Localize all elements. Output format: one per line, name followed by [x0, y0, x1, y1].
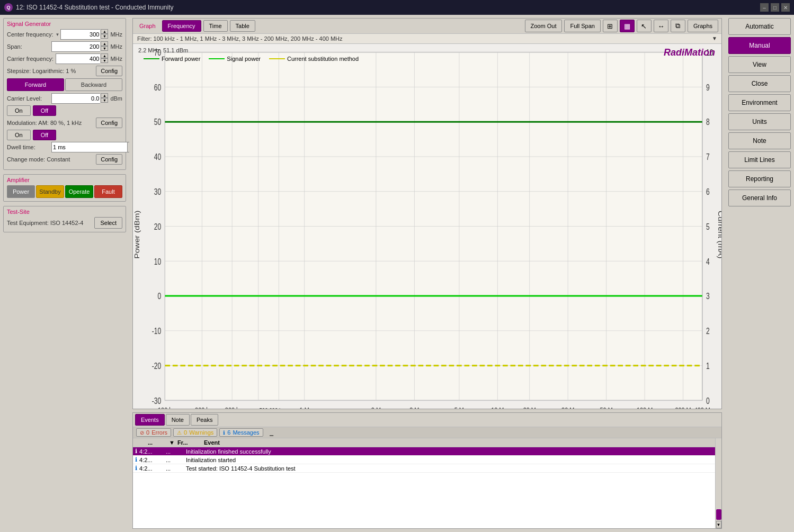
note-button[interactable]: Note [728, 132, 791, 149]
svg-text:300 k: 300 k [225, 407, 239, 409]
operate-button[interactable]: Operate [65, 185, 93, 198]
event-row-0[interactable]: ℹ 4:2... ... Initialization finished suc… [133, 447, 715, 456]
svg-text:10 M: 10 M [491, 407, 504, 409]
event-info-icon-0: ℹ [135, 448, 137, 455]
svg-text:10: 10 [154, 257, 162, 266]
carrier-freq-input[interactable] [56, 53, 100, 64]
center-freq-dropdown-icon[interactable]: ▼ [55, 32, 59, 37]
test-site-title: Test-Site [7, 209, 122, 215]
error-filter[interactable]: ⊘ 0 Errors [136, 428, 171, 437]
dwell-label: Dwell time: [7, 144, 49, 150]
full-span-button[interactable]: Full Span [564, 20, 600, 32]
svg-text:9: 9 [706, 83, 710, 92]
carrier-on-button[interactable]: On [7, 105, 31, 116]
amplifier-title: Amplifier [7, 177, 122, 183]
units-button[interactable]: Units [728, 113, 791, 130]
fault-button[interactable]: Fault [94, 185, 122, 198]
tab-events[interactable]: Events [135, 414, 165, 426]
filter-extra-icon[interactable]: ⎯ [270, 429, 273, 436]
test-equipment-label: Test Equipment: ISO 14452-4 [7, 220, 92, 226]
copy-icon[interactable]: ⧉ [671, 20, 685, 32]
legend-substitution: Current substitution method [269, 56, 359, 62]
maximize-button[interactable]: □ [771, 3, 779, 12]
svg-text:-20: -20 [152, 361, 162, 371]
manual-button[interactable]: Manual [728, 37, 791, 54]
forward-button[interactable]: Forward [7, 78, 64, 91]
center-freq-input[interactable] [60, 29, 100, 40]
info-filter[interactable]: ℹ 6 Messages [219, 428, 263, 437]
test-site-section: Test-Site Test Equipment: ISO 14452-4 Se… [3, 206, 126, 232]
svg-text:3 M: 3 M [409, 407, 419, 409]
modulation-config-button[interactable]: Config [96, 118, 122, 128]
carrier-level-up[interactable]: ▲ [101, 93, 108, 98]
col-from: Fr... [175, 439, 202, 446]
legend-signal-power-label: Signal power [227, 56, 261, 62]
event-row-1[interactable]: ℹ 4:2... ... Initialization started [133, 456, 715, 464]
carrier-level-dn[interactable]: ▼ [101, 98, 108, 103]
span-dn[interactable]: ▼ [101, 46, 108, 51]
general-info-button[interactable]: General Info [728, 190, 791, 206]
power-button[interactable]: Power [7, 185, 35, 198]
svg-text:0: 0 [706, 396, 710, 405]
grid-active-icon[interactable]: ▦ [620, 20, 635, 32]
svg-text:20: 20 [154, 222, 162, 231]
reporting-button[interactable]: Reporting [728, 170, 791, 187]
col-sort[interactable]: ▼ [167, 439, 175, 446]
tab-time[interactable]: Time [203, 20, 228, 32]
carrier-freq-up[interactable]: ▲ [101, 53, 108, 58]
right-panel: Automatic Manual View Close Environment … [725, 15, 794, 532]
stepsize-config-button[interactable]: Config [96, 66, 122, 76]
select-button[interactable]: Select [94, 217, 122, 229]
scrollbar-thumb[interactable] [716, 509, 721, 520]
events-panel: Events Note Peaks ⊘ 0 Errors ⚠ 0 Warning… [132, 412, 722, 529]
modulation-off-button[interactable]: Off [33, 130, 56, 140]
pan-icon[interactable]: ↔ [654, 20, 668, 32]
svg-text:400 M: 400 M [694, 407, 710, 409]
close-button[interactable]: ✕ [781, 3, 790, 12]
center-freq-dn[interactable]: ▼ [101, 34, 108, 39]
left-panel: Signal Generator Center frequency: ▼ ▲ ▼… [0, 15, 129, 532]
info-label: Messages [233, 429, 259, 436]
environment-button[interactable]: Environment [728, 94, 791, 111]
svg-text:4: 4 [706, 257, 710, 266]
standby-button[interactable]: Standby [36, 185, 64, 198]
change-config-button[interactable]: Config [96, 154, 122, 165]
carrier-level-input[interactable] [51, 93, 100, 104]
backward-button[interactable]: Backward [65, 78, 122, 91]
filter-bar: Filter: 100 kHz - 1 MHz, 1 MHz - 3 MHz, … [133, 34, 721, 44]
zoom-out-button[interactable]: Zoom Out [525, 20, 563, 32]
events-scrollbar[interactable]: ▼ [715, 438, 721, 528]
tab-table[interactable]: Table [230, 20, 255, 32]
view-button[interactable]: View [728, 56, 791, 73]
span-input[interactable] [51, 41, 100, 52]
tab-note[interactable]: Note [166, 414, 190, 426]
modulation-on-button[interactable]: On [7, 130, 31, 140]
carrier-off-button[interactable]: Off [33, 105, 56, 116]
span-up[interactable]: ▲ [101, 41, 108, 46]
automatic-button[interactable]: Automatic [728, 18, 791, 35]
tab-frequency[interactable]: Frequency [162, 20, 201, 32]
svg-text:30 M: 30 M [561, 407, 574, 409]
close-right-button[interactable]: Close [728, 75, 791, 92]
events-tabs: Events Note Peaks [133, 413, 721, 427]
dwell-input[interactable] [52, 144, 127, 150]
tab-peaks[interactable]: Peaks [191, 414, 219, 426]
signal-generator-section: Signal Generator Center frequency: ▼ ▲ ▼… [3, 18, 126, 170]
event-msg-0: Initialization finished successfully [186, 448, 713, 455]
graphs-button[interactable]: Graphs [688, 20, 718, 32]
cursor-icon[interactable]: ↖ [637, 20, 652, 32]
svg-text:5: 5 [706, 222, 710, 231]
event-row-2[interactable]: ℹ 4:2... ... Test started: ISO 11452-4 S… [133, 464, 715, 473]
grid-icon[interactable]: ⊞ [603, 20, 618, 32]
svg-text:6: 6 [706, 187, 710, 196]
event-time-2: 4:2... [139, 465, 166, 472]
center-freq-up[interactable]: ▲ [101, 29, 108, 34]
warning-label: Warnings [189, 429, 213, 436]
minimize-button[interactable]: – [760, 3, 769, 12]
carrier-freq-dn[interactable]: ▼ [101, 58, 108, 63]
limit-lines-button[interactable]: Limit Lines [728, 151, 791, 168]
warning-filter[interactable]: ⚠ 0 Warnings [173, 428, 217, 437]
filter-dropdown-icon[interactable]: ▼ [712, 35, 717, 41]
scrollbar-down-button[interactable]: ▼ [716, 521, 721, 528]
svg-text:2: 2 [706, 327, 710, 336]
